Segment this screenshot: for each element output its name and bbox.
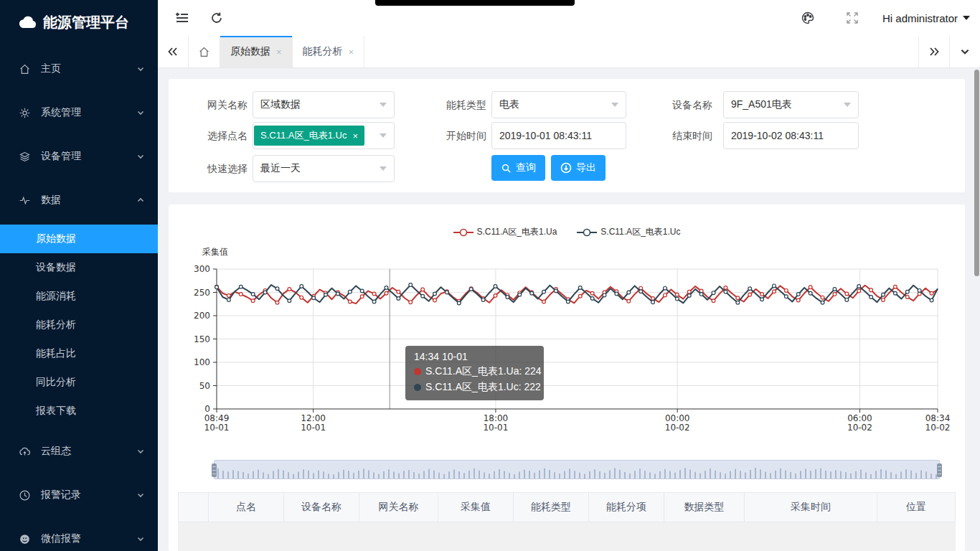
device-select[interactable]: 9F_A501电表 [723,91,859,118]
tabs-menu-button[interactable] [949,36,980,67]
sidebar-item-report-download[interactable]: 报表下载 [0,397,158,425]
app-logo: 能源管理平台 [0,0,158,44]
select-arrow-icon [380,133,387,138]
end-time-input[interactable]: 2019-10-02 08:43:11 [723,122,859,149]
chart-legend: S.C11.A区_电表1.Ua S.C11.A区_电表1.Uc [169,226,965,238]
table-body-placeholder [178,522,956,551]
col-select [179,493,209,522]
theme-button[interactable] [793,4,822,32]
user-caret-icon [963,16,970,20]
chart-panel: S.C11.A区_电表1.Ua S.C11.A区_电表1.Uc 05010015… [169,204,965,551]
chevron-down-icon [136,534,145,543]
col-device: 设备名称 [284,493,359,522]
tab-energy-analysis[interactable]: 能耗分析 × [293,36,365,67]
svg-text:00:00: 00:00 [665,413,690,423]
remove-tag-icon[interactable]: × [352,131,358,141]
select-arrow-icon [380,103,387,107]
double-chevron-right-icon [928,47,940,57]
filter-panel: 网关名称 区域数据 能耗类型 电表 设备名称 9F_A501电表 选择点名 S.… [169,79,965,192]
point-select[interactable]: S.C11.A区_电表1.Uc× [253,122,395,149]
sidebar-item-data[interactable]: 数据 [0,186,158,215]
download-circle-icon [560,162,572,174]
page-scrollbar[interactable] [974,70,979,276]
device-label: 设备名称 [655,91,712,118]
close-tab-icon[interactable]: × [276,47,282,57]
double-chevron-left-icon [167,47,179,57]
table-header: 点名 设备名称 网关名称 采集值 能耗类型 能耗分项 数据类型 采集时间 位置 [178,492,956,522]
start-time-input[interactable]: 2019-10-01 08:43:11 [491,122,626,149]
col-energy-item: 能耗分项 [589,493,664,522]
tab-raw-data[interactable]: 原始数据 × [220,36,293,67]
svg-text:100: 100 [194,357,210,367]
sidebar-item-wechat-alarm[interactable]: 微信报警 [0,524,158,551]
sidebar-item-device[interactable]: 设备管理 [0,142,158,171]
svg-text:10-02: 10-02 [925,423,951,433]
sidebar-item-energy-ratio[interactable]: 能耗占比 [0,339,158,368]
fullscreen-icon [846,11,859,24]
user-greeting: Hi administrator [882,12,958,24]
close-tab-icon[interactable]: × [349,47,354,57]
cloud-icon [19,15,37,29]
tabs-scroll-right-button[interactable] [918,36,949,67]
tab-home[interactable] [189,36,220,67]
refresh-icon [210,11,223,24]
col-location: 位置 [877,493,955,522]
legend-item-uc[interactable]: S.C11.A区_电表1.Uc [577,226,680,238]
search-icon [501,163,512,174]
col-collect-time: 采集时间 [745,493,877,522]
datazoom-left-handle[interactable] [212,463,217,477]
sidebar-item-system[interactable]: 系统管理 [0,98,158,127]
svg-text:08:49: 08:49 [204,413,230,423]
svg-text:12:00: 12:00 [301,413,326,423]
user-menu[interactable]: Hi administrator [882,12,970,24]
energy-type-select[interactable]: 电表 [491,91,626,118]
tooltip-ua-value: S.C11.A区_电表1.Ua: 224 [425,365,542,378]
tab-bar: 原始数据 × 能耗分析 × [158,36,980,68]
sidebar-item-cloud-config[interactable]: 云组态 [0,437,158,466]
legend-item-ua[interactable]: S.C11.A区_电表1.Ua [453,226,557,238]
sidebar-item-energy-consumption[interactable]: 能源消耗 [0,282,158,311]
sidebar-item-home[interactable]: 主页 [0,55,158,83]
gateway-label: 网关名称 [190,91,248,118]
col-energy-type: 能耗类型 [514,493,589,522]
sidebar-item-energy-analysis[interactable]: 能耗分析 [0,311,158,339]
gateway-select[interactable]: 区域数据 [253,91,395,118]
tooltip-uc-value: S.C11.A区_电表1.Uc: 222 [425,381,541,394]
cloud-upload-icon [19,446,31,458]
chevron-down-icon [136,65,145,73]
gear-icon [19,107,31,119]
datazoom-slider[interactable] [214,460,940,479]
select-arrow-icon [380,166,387,171]
svg-text:10-02: 10-02 [665,423,690,433]
svg-text:10-01: 10-01 [204,423,230,433]
sidebar-item-raw-data[interactable]: 原始数据 [0,225,158,253]
chart-tooltip: 14:34 10-01 S.C11.A区_电表1.Ua: 224 S.C11.A… [405,346,544,400]
col-value: 采集值 [438,493,514,522]
tabs-scroll-left-button[interactable] [158,36,189,67]
datazoom-right-handle[interactable] [937,463,942,477]
series-dot-icon [414,384,421,391]
col-point: 点名 [209,493,284,522]
pulse-icon [19,194,31,207]
chevron-down-icon [136,447,145,456]
svg-text:18:00: 18:00 [484,413,509,423]
line-chart[interactable]: 05010015020025030008:4910-0112:0010-0118… [169,246,965,461]
data-submenu: 原始数据 设备数据 能源消耗 能耗分析 能耗占比 同比分析 报表下载 [0,225,158,425]
quick-select[interactable]: 最近一天 [253,155,395,182]
svg-text:300: 300 [194,264,210,274]
export-button[interactable]: 导出 [551,155,606,181]
sidebar-item-device-data[interactable]: 设备数据 [0,253,158,282]
collapse-sidebar-button[interactable] [168,4,197,32]
collapse-menu-icon [175,11,189,24]
layers-icon [19,151,31,163]
series-dot-icon [414,368,421,375]
refresh-button[interactable] [202,4,231,32]
select-arrow-icon [611,103,618,107]
sidebar-item-alarm-records[interactable]: 报警记录 [0,481,158,509]
clock-icon [19,489,31,501]
select-arrow-icon [844,103,851,107]
fullscreen-button[interactable] [838,4,867,32]
svg-text:采集值: 采集值 [202,247,228,257]
sidebar-item-yoy-analysis[interactable]: 同比分析 [0,368,158,397]
query-button[interactable]: 查询 [491,155,545,181]
